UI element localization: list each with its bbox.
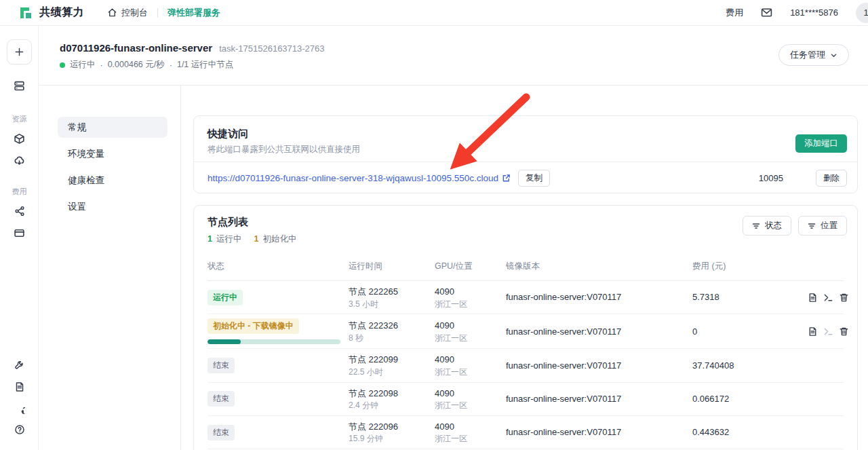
runtime-cell: 节点 222098 2.4 分钟 [349,387,435,411]
gpu-cell: 4090 浙江一区 [435,353,506,377]
node-counts: 1运行中 1初始化中 [208,233,296,245]
rail-billing-label: 费用 [0,187,39,197]
filter-location-button[interactable]: 位置 [798,216,847,236]
filter-icon [808,222,816,230]
task-list-icon[interactable] [0,80,39,92]
initializing-count: 1 [254,234,258,244]
nav-separator [157,8,158,18]
package-icon[interactable] [0,133,39,145]
region: 浙江一区 [435,367,506,378]
table-row: 运行中 节点 222265 3.5 小时 4090 浙江一区 funasr-on… [208,281,844,314]
dot-separator: · [100,60,103,70]
cost-value: 5.7318 [692,290,804,304]
node-id: 节点 222326 [349,319,435,333]
gpu-cell: 4090 浙江一区 [435,319,506,343]
region: 浙江一区 [435,433,506,445]
log-icon[interactable] [808,293,818,303]
col-runtime: 运行时间 [349,261,435,272]
col-status: 状态 [208,261,349,272]
status-badge: 结束 [208,358,235,373]
menu-item-settings[interactable]: 设置 [58,196,167,217]
node-table: 状态 运行时间 GPU/位置 镜像版本 费用 (元) 运行中 节点 222265… [208,255,844,450]
status-cell: 结束 [208,391,349,407]
image-version: funasr-online-server:V070117 [506,325,692,339]
delete-port-button[interactable]: 删除 [816,170,847,187]
col-gpu-location: GPU/位置 [435,261,506,272]
status-badge: 结束 [208,425,235,440]
status-badge: 结束 [208,391,235,407]
price-per-second: 0.000466 元/秒 [108,59,165,71]
node-list-title: 节点列表 [208,216,296,229]
cloud-download-icon[interactable] [0,155,39,166]
status-cell: 结束 [208,358,349,373]
region: 浙江一区 [435,299,506,310]
node-id: 节点 222096 [349,420,435,434]
home-icon [107,7,117,18]
avatar[interactable]: 1 [856,3,868,23]
gpu-model: 4090 [435,285,506,299]
region: 浙江一区 [435,333,506,344]
log-icon[interactable] [808,326,818,337]
status-text: 运行中 [70,59,96,71]
status-cell: 初始化中 - 下载镜像中 [208,318,349,344]
menu-item-health-check[interactable]: 健康检查 [58,170,167,191]
terminal-icon[interactable] [823,293,833,303]
table-row: 结束 节点 222096 15.9 分钟 4090 浙江一区 funasr-on… [208,416,844,449]
chat-icon[interactable] [0,403,39,414]
table-header-row: 状态 运行时间 GPU/位置 镜像版本 费用 (元) [208,255,844,281]
runtime: 2.4 分钟 [349,400,435,411]
brand-name: 共绩算力 [39,5,84,20]
node-table-body: 运行中 节点 222265 3.5 小时 4090 浙江一区 funasr-on… [208,281,844,450]
filter-icon [752,222,760,230]
docs-icon[interactable] [0,381,39,392]
nav-console[interactable]: 控制台 [107,7,148,19]
tools-icon[interactable] [0,360,39,371]
status-cell: 结束 [208,425,349,440]
port-number: 10095 [759,173,783,183]
quick-access-title: 快捷访问 [208,128,248,140]
wallet-icon[interactable] [0,227,39,239]
rail-resources-label: 资源 [0,114,39,124]
image-version: funasr-online-server:V070117 [506,426,692,439]
runtime: 22.5 小时 [349,367,435,378]
node-id: 节点 222099 [349,353,435,367]
gpu-cell: 4090 浙江一区 [435,387,506,411]
share-icon[interactable] [0,206,39,217]
row-actions [804,293,849,303]
menu-item-general[interactable]: 常规 [58,117,167,138]
service-url-link[interactable]: https://d07011926-funasr-online-server-3… [208,173,511,183]
brand[interactable]: 共绩算力 [18,5,84,21]
filter-status-button[interactable]: 状态 [743,216,791,236]
running-count: 1 [208,234,212,244]
help-icon[interactable] [0,424,39,435]
add-port-button[interactable]: 添加端口 [795,134,847,153]
page-title: d07011926-funasr-online-server [60,42,212,54]
copy-url-button[interactable]: 复制 [518,170,550,187]
progress-fill [208,339,241,344]
table-row: 结束 节点 222098 2.4 分钟 4090 浙江一区 funasr-onl… [208,383,844,416]
mail-icon[interactable] [761,7,772,18]
external-link-icon [502,174,511,183]
task-manage-button[interactable]: 任务管理 [778,44,849,66]
gpu-model: 4090 [435,387,506,400]
cost-value: 37.740408 [692,359,804,373]
cost-value: 0.443632 [692,426,804,439]
table-row: 结束 节点 222099 22.5 小时 4090 浙江一区 funasr-on… [208,349,844,382]
runtime-cell: 节点 222326 8 秒 [349,319,435,343]
delete-node-icon[interactable] [839,293,849,303]
create-task-button[interactable] [7,39,32,64]
cost-value: 0.066172 [692,392,804,406]
delete-node-icon[interactable] [839,326,849,337]
terminal-icon[interactable] [823,326,833,337]
image-version: funasr-online-server:V070117 [506,392,692,406]
runtime: 8 秒 [349,333,435,344]
nav-deploy-service[interactable]: 弹性部署服务 [167,7,220,19]
menu-item-env-vars[interactable]: 环境变量 [58,143,167,164]
settings-menu: 常规 环境变量 健康检查 设置 [39,86,181,450]
runtime-cell: 节点 222265 3.5 小时 [349,285,435,310]
account-phone[interactable]: 181****5876 [790,7,838,18]
task-id: task-1751526163713-2763 [219,43,324,54]
top-bar: 共绩算力 控制台 弹性部署服务 费用 181****5876 1 [0,0,868,26]
quick-access-subtitle: 将此端口暴露到公共互联网以供直接使用 [208,144,360,155]
billing-link[interactable]: 费用 [726,7,743,19]
